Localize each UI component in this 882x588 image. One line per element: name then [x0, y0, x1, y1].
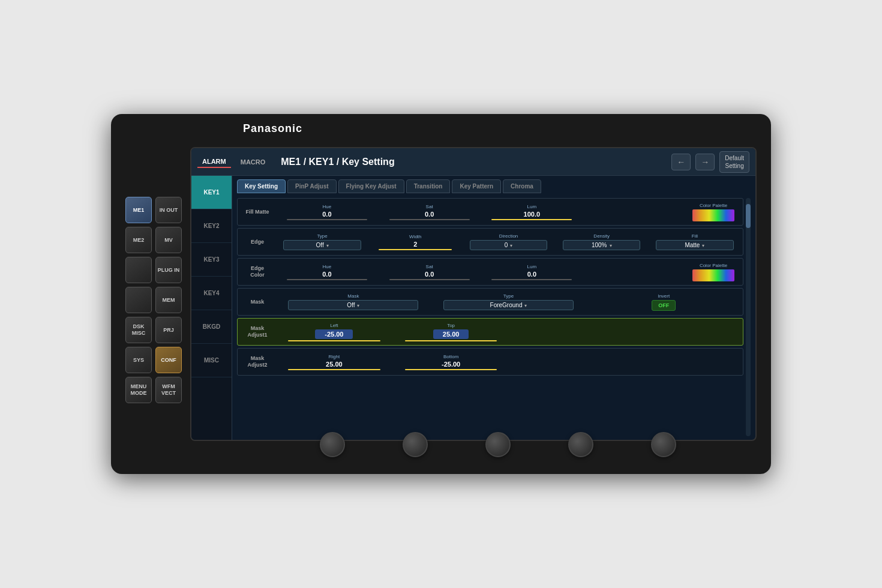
sidebar-item-misc[interactable]: MISC — [191, 344, 232, 377]
mask-adjust2-label: Mask Adjust2 — [240, 355, 275, 368]
ec-sat-label: Sat — [426, 264, 433, 269]
tab-key-setting[interactable]: Key Setting — [237, 179, 286, 193]
mask-invert-toggle[interactable]: OFF — [652, 300, 676, 311]
content-area: Key Setting PinP Adjust Flying Key Adjus… — [232, 176, 755, 440]
tab-flying-key[interactable]: Flying Key Adjust — [338, 179, 404, 193]
sidebar-item-key1[interactable]: KEY1 — [191, 176, 232, 209]
ma2-right-slider[interactable] — [288, 369, 380, 370]
fill-matte-palette-cell: Color Palette — [686, 203, 740, 221]
ma2-right-value: 25.00 — [326, 361, 343, 368]
sat-slider[interactable] — [389, 219, 470, 220]
ec-hue-slider[interactable] — [287, 279, 367, 280]
tab-key-pattern[interactable]: Key Pattern — [452, 179, 501, 193]
tab-chroma[interactable]: Chroma — [503, 179, 541, 193]
sidebar-item-bkgd[interactable]: BKGD — [191, 310, 232, 344]
btn-sys[interactable]: SYS — [125, 347, 152, 373]
ma1-top-cell[interactable]: Top 25.00 — [394, 323, 509, 341]
btn-empty2[interactable] — [125, 287, 152, 313]
btn-mv[interactable]: MV — [155, 227, 182, 253]
ec-hue-label: Hue — [323, 264, 332, 269]
color-palette-label1: Color Palette — [700, 203, 727, 208]
sidebar-item-key4[interactable]: KEY4 — [191, 277, 232, 310]
btn-empty1[interactable] — [125, 257, 152, 283]
btn-row-4: MEM — [125, 287, 182, 313]
edge-fill-cell[interactable]: Fill Matte — [649, 233, 740, 250]
ma1-top-slider[interactable] — [405, 340, 497, 341]
ec-lum-slider[interactable] — [491, 279, 572, 280]
btn-me2[interactable]: ME2 — [125, 227, 152, 253]
hue-label: Hue — [323, 204, 332, 209]
scrollbar-thumb[interactable] — [746, 204, 751, 228]
edge-color-label: Edge Color — [240, 265, 275, 278]
tab-transition[interactable]: Transition — [406, 179, 451, 193]
btn-dsk-misc[interactable]: DSK MISC — [125, 317, 152, 343]
sidebar-item-key2[interactable]: KEY2 — [191, 209, 232, 243]
btn-wfm-vect[interactable]: WFM VECT — [155, 377, 182, 403]
sat-label: Sat — [426, 204, 433, 209]
hue-slider[interactable] — [287, 219, 367, 220]
color-palette-1[interactable] — [692, 209, 734, 221]
ma2-bottom-cell[interactable]: Bottom -25.00 — [394, 354, 509, 370]
edge-width-slider[interactable] — [379, 249, 452, 250]
edge-type-value[interactable]: Off — [283, 240, 361, 250]
main-screen: ALARM MACRO ME1 / KEY1 / Key Setting ← →… — [190, 147, 757, 441]
btn-me1[interactable]: ME1 — [125, 197, 152, 223]
sidebar-item-key3[interactable]: KEY3 — [191, 243, 232, 277]
btn-in-out[interactable]: IN OUT — [155, 197, 182, 223]
mask-mask-cell[interactable]: Mask Off — [277, 293, 430, 310]
btn-row-5: DSK MISC PRJ — [125, 317, 182, 343]
ec-sat-slider[interactable] — [389, 279, 470, 280]
knob-3[interactable] — [485, 432, 511, 457]
btn-plugin[interactable]: PLUG IN — [155, 257, 182, 283]
mask-type-cell[interactable]: Type ForeGround — [432, 293, 586, 310]
knob-4[interactable] — [568, 432, 593, 457]
macro-button[interactable]: MACRO — [236, 157, 271, 167]
ma1-top-label: Top — [447, 323, 455, 328]
fill-matte-hue[interactable]: Hue 0.0 — [277, 204, 377, 220]
edge-direction-value[interactable]: 0 — [470, 240, 547, 250]
ec-lum-cell[interactable]: Lum 0.0 — [482, 264, 583, 280]
fill-matte-lum[interactable]: Lum 100.0 — [482, 204, 583, 220]
ma1-left-value-box: -25.00 — [315, 329, 353, 339]
edge-width-cell[interactable]: Width 2 — [370, 234, 461, 250]
edge-type-cell[interactable]: Type Off — [277, 233, 368, 250]
mask-mask-value[interactable]: Off — [288, 300, 418, 310]
ma2-bottom-slider[interactable] — [405, 369, 497, 370]
btn-mem[interactable]: MEM — [155, 287, 182, 313]
mask-adjust2-row: Mask Adjust2 Right 25.00 Bottom -25.00 — [237, 348, 743, 376]
fill-matte-sat[interactable]: Sat 0.0 — [379, 204, 480, 220]
edge-fill-value[interactable]: Matte — [656, 240, 733, 250]
btn-prj[interactable]: PRJ — [155, 317, 182, 343]
color-palette-2[interactable] — [692, 269, 734, 281]
knob-2[interactable] — [403, 432, 428, 457]
ma1-left-cell[interactable]: Left -25.00 — [277, 323, 392, 341]
btn-row-2: ME2 MV — [125, 227, 182, 253]
edge-density-cell[interactable]: Density 100% — [556, 233, 647, 250]
hw-button-panel: ME1 IN OUT ME2 MV PLUG IN MEM DSK MISC P… — [125, 197, 182, 403]
ma1-left-slider[interactable] — [288, 340, 380, 341]
alarm-button[interactable]: ALARM — [197, 156, 231, 168]
nav-back-button[interactable]: ← — [671, 154, 691, 170]
knob-1[interactable] — [320, 432, 345, 457]
fill-matte-label: Fill Matte — [240, 209, 275, 215]
mask-type-value[interactable]: ForeGround — [443, 300, 574, 310]
default-setting-button[interactable]: Default Setting — [719, 151, 749, 173]
btn-menu-mode[interactable]: MENU MODE — [125, 377, 152, 403]
edge-direction-cell[interactable]: Direction 0 — [463, 233, 554, 250]
edge-density-value[interactable]: 100% — [563, 240, 640, 250]
knob-5[interactable] — [651, 432, 676, 457]
ec-hue-cell[interactable]: Hue 0.0 — [277, 264, 377, 280]
mask-invert-label: Invert — [658, 293, 670, 299]
sat-value: 0.0 — [425, 211, 434, 218]
ma2-right-cell[interactable]: Right 25.00 — [277, 354, 392, 370]
mask-row: Mask Mask Off Type ForeGround Invert — [237, 288, 743, 316]
top-bar: ALARM MACRO ME1 / KEY1 / Key Setting ← →… — [191, 148, 755, 176]
mask-invert-cell[interactable]: Invert OFF — [587, 293, 740, 311]
ec-sat-cell[interactable]: Sat 0.0 — [379, 264, 480, 280]
btn-conf[interactable]: CONF — [155, 347, 182, 373]
nav-forward-button[interactable]: → — [695, 154, 715, 170]
lum-slider[interactable] — [491, 219, 572, 220]
tab-pinp-adjust[interactable]: PinP Adjust — [287, 179, 337, 193]
ma2-bottom-value: -25.00 — [442, 361, 460, 368]
edge-width-value: 2 — [413, 241, 417, 248]
